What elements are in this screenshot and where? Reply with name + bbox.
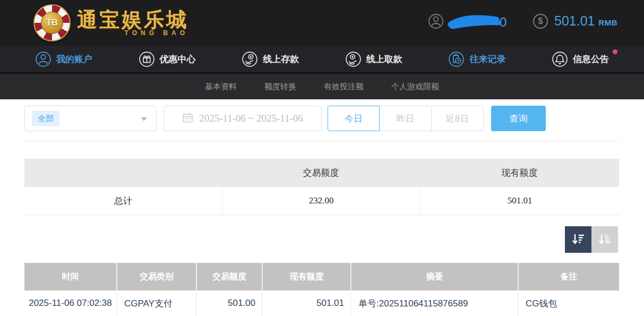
nav-item-promotions[interactable]: 优惠中心: [139, 51, 196, 67]
chevron-down-icon: [141, 117, 147, 121]
tx-header-summary: 摘要: [350, 263, 518, 291]
notification-dot: [613, 49, 617, 54]
nav-label: 往来记录: [469, 53, 505, 65]
withdraw-icon: [345, 51, 362, 67]
sort-descending-button[interactable]: [565, 226, 591, 253]
summary-header-transaction-amount: 交易额度: [222, 159, 420, 187]
summary-total-label: 总计: [24, 187, 222, 215]
balance-area[interactable]: $ 501.01 RMB: [533, 13, 617, 29]
tx-header-remark: 备注: [518, 263, 619, 291]
poker-chip-icon: TB: [33, 4, 71, 41]
dollar-icon: $: [533, 14, 548, 29]
gift-icon: [139, 51, 155, 67]
brand-logo[interactable]: TB 通宝娱乐城 TONG BAO: [33, 4, 188, 41]
brand-text: 通宝娱乐城 TONG BAO: [77, 9, 188, 37]
nav-label: 优惠中心: [160, 53, 196, 65]
section-divider: [24, 141, 619, 141]
subnav-item-credit-transfer[interactable]: 额度转换: [264, 82, 296, 92]
summary-current-amount: 501.01: [420, 187, 619, 215]
transaction-row: 2025-11-06 07:02:38 CGPAY支付 501.00 501.0…: [24, 291, 619, 316]
date-range-input[interactable]: 2025-11-06 ~ 2025-11-06: [164, 106, 322, 131]
sort-descending-icon: [571, 232, 586, 248]
filter-row: 全部 2025-11-06 ~ 2025-11-06 今日 昨日 近8日 查询: [24, 106, 546, 131]
nav-label: 信息公告: [573, 53, 609, 65]
user-icon: [35, 51, 51, 67]
subnav-item-basic-info[interactable]: 基本资料: [205, 82, 237, 92]
top-header: TB 通宝娱乐城 TONG BAO 0 $ 501.01 RMB: [0, 0, 644, 46]
sort-controls: [565, 226, 618, 253]
sort-ascending-icon: [597, 232, 612, 248]
quick-date-segments: 今日 昨日 近8日: [328, 106, 484, 131]
tx-balance: 501.01: [262, 291, 350, 316]
summary-table: 交易额度 现有额度 总计 232.00 501.01: [24, 159, 619, 215]
subnav-item-personal-game-limit[interactable]: 个人游戏限额: [391, 82, 439, 92]
bell-icon: [552, 51, 568, 67]
records-icon: [448, 51, 465, 67]
nav-label: 我的账户: [56, 53, 92, 65]
main-nav: 我的账户 优惠中心 线上存款: [0, 46, 644, 72]
nav-label: 线上取款: [366, 53, 402, 65]
transactions-table: 时间 交易类别 交易额度 现有额度 摘要 备注 2025-11-06 07:02…: [24, 263, 619, 316]
segment-last-8-days[interactable]: 近8日: [432, 106, 484, 131]
tx-header-balance: 现有额度: [262, 263, 350, 291]
query-button[interactable]: 查询: [491, 106, 546, 131]
nav-item-online-deposit[interactable]: 线上存款: [242, 51, 299, 67]
calendar-icon: [182, 112, 193, 125]
user-avatar-icon: [428, 13, 444, 31]
tx-header-type: 交易类别: [116, 263, 196, 291]
sub-nav: 基本资料 额度转换 有效投注额 个人游戏限额: [0, 72, 644, 99]
nav-item-my-account[interactable]: 我的账户: [35, 51, 92, 67]
chip-monogram: TB: [41, 12, 63, 34]
nav-item-online-withdrawal[interactable]: 线上取款: [345, 51, 402, 67]
date-range-value: 2025-11-06 ~ 2025-11-06: [199, 113, 303, 124]
summary-table-header: 交易额度 现有额度: [24, 159, 619, 187]
username-redaction-scribble: [448, 14, 502, 32]
tx-remark: CG钱包: [518, 291, 619, 316]
balance-amount: 501.01: [554, 13, 595, 29]
sort-ascending-button[interactable]: [591, 226, 618, 253]
deposit-icon: [242, 51, 258, 67]
tx-header-amount: 交易额度: [196, 263, 262, 291]
summary-table-row: 总计 232.00 501.01: [24, 187, 619, 215]
balance-currency: RMB: [598, 18, 617, 27]
summary-header-empty: [24, 159, 222, 187]
segment-today[interactable]: 今日: [328, 106, 380, 131]
summary-header-current-amount: 现有额度: [420, 159, 619, 187]
tx-header-time: 时间: [24, 263, 116, 291]
tx-summary: 单号:202511064115876589: [350, 291, 518, 316]
segment-yesterday[interactable]: 昨日: [380, 106, 432, 131]
main-content: 全部 2025-11-06 ~ 2025-11-06 今日 昨日 近8日 查询: [0, 99, 644, 316]
nav-label: 线上存款: [263, 53, 299, 65]
nav-item-notices[interactable]: 信息公告: [552, 51, 609, 67]
selected-type-tag[interactable]: 全部: [32, 111, 59, 126]
user-account-area[interactable]: 0: [428, 13, 506, 31]
transactions-table-header: 时间 交易类别 交易额度 现有额度 摘要 备注: [24, 263, 619, 291]
nav-item-transaction-records[interactable]: 往来记录: [448, 51, 505, 67]
summary-transaction-amount: 232.00: [222, 187, 420, 215]
tx-time: 2025-11-06 07:02:38: [24, 291, 116, 316]
tx-amount: 501.00: [196, 291, 262, 316]
subnav-item-valid-bets[interactable]: 有效投注额: [324, 82, 364, 92]
tx-type: CGPAY支付: [116, 291, 196, 316]
transaction-type-select[interactable]: 全部: [24, 106, 157, 131]
brand-name-cn: 通宝娱乐城: [77, 9, 188, 31]
